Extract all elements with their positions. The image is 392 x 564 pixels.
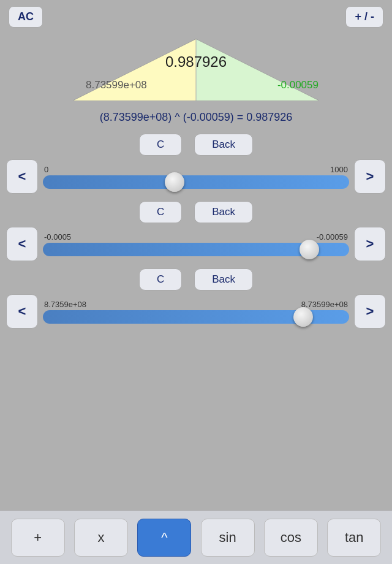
slider1-back-button[interactable]: Back [194,134,253,156]
slider3-track[interactable] [43,310,349,324]
slider3-max: 8.73599e+08 [301,300,348,309]
slider1-right-btn[interactable]: > [354,159,386,194]
triangle-visual: 0.987926 8.73599e+08 -0.00059 [67,36,325,104]
op-cos-button[interactable]: cos [264,519,318,557]
slider2-track[interactable] [43,243,349,256]
slider3-thumb[interactable] [293,307,313,327]
slider3-btn-row: C Back [6,269,386,291]
slider3-row: < 8.7359e+08 8.73599e+08 > [6,294,386,329]
slider1-row: < 0 1000 > [6,159,386,194]
triangle-display: 0.987926 8.73599e+08 -0.00059 [0,36,392,104]
slider2-labels: -0.0005 -0.00059 [43,232,349,242]
slider1-c-button[interactable]: C [139,134,182,156]
slider1-min: 0 [44,165,48,174]
slider3-right-btn[interactable]: > [354,294,386,329]
slider-section-2: C Back < -0.0005 -0.00059 > [0,199,392,264]
slider3-min: 8.7359e+08 [44,300,86,309]
slider3-back-button[interactable]: Back [194,269,253,291]
slider3-c-button[interactable]: C [139,269,182,291]
slider1-thumb[interactable] [165,172,184,192]
top-bar: AC + / - [0,0,392,34]
slider1-wrap: 0 1000 [43,165,349,189]
slider3-wrap: 8.7359e+08 8.73599e+08 [43,300,349,324]
equation-display: (8.73599e+08) ^ (-0.00059) = 0.987926 [0,104,392,131]
slider2-min: -0.0005 [44,232,71,242]
slider2-wrap: -0.0005 -0.00059 [43,232,349,256]
slider1-left-btn[interactable]: < [6,159,38,194]
slider2-back-button[interactable]: Back [194,201,253,223]
slider2-left-btn[interactable]: < [6,227,38,261]
slider2-btn-row: C Back [6,201,386,223]
slider2-thumb[interactable] [300,240,319,259]
slider2-max: -0.00059 [317,232,348,242]
slider1-labels: 0 1000 [43,165,349,174]
op-plus-button[interactable]: + [11,519,65,557]
slider1-btn-row: C Back [6,134,386,156]
op-sin-button[interactable]: sin [201,519,255,557]
slider2-c-button[interactable]: C [139,201,182,223]
ac-button[interactable]: AC [9,6,43,28]
slider1-track[interactable] [43,175,349,189]
op-tan-button[interactable]: tan [327,519,381,557]
right-value: -0.00059 [277,79,318,91]
slider2-row: < -0.0005 -0.00059 > [6,227,386,261]
slider3-left-btn[interactable]: < [6,294,38,329]
slider1-max: 1000 [330,165,348,174]
left-value: 8.73599e+08 [86,79,147,91]
slider2-right-btn[interactable]: > [354,227,386,261]
operator-bar: + x ^ sin cos tan [0,510,392,564]
plus-minus-button[interactable]: + / - [345,6,383,28]
op-multiply-button[interactable]: x [74,519,128,557]
slider-section-3: C Back < 8.7359e+08 8.73599e+08 > [0,266,392,331]
result-display: 0.987926 [165,53,227,70]
slider-section-1: C Back < 0 1000 > [0,131,392,196]
op-power-button[interactable]: ^ [137,519,191,557]
